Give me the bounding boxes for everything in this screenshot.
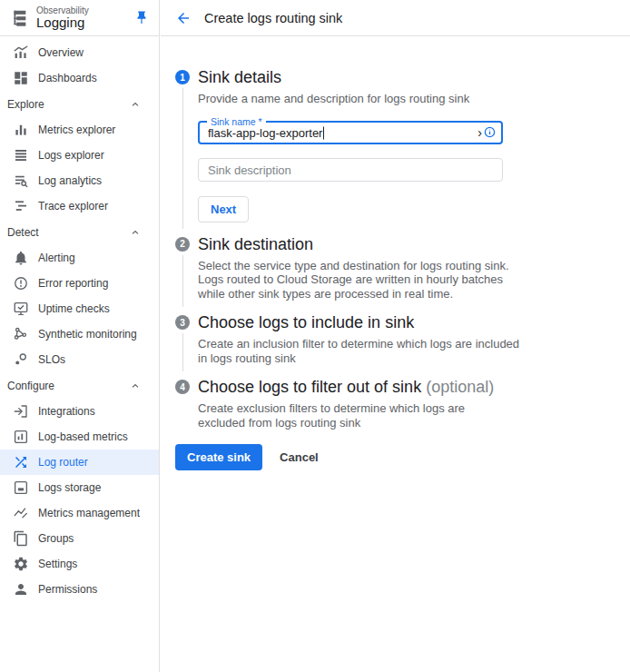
sidebar-item-label: Log analytics: [38, 174, 102, 187]
sidebar-item-alerting[interactable]: Alerting: [0, 245, 159, 271]
sidebar-item-settings[interactable]: Settings: [0, 551, 159, 577]
next-button[interactable]: Next: [198, 196, 249, 222]
sidebar-item-trace-explorer[interactable]: Trace explorer: [0, 193, 159, 219]
sidebar-item-label: Uptime checks: [38, 302, 110, 315]
metrics-management-icon: [13, 505, 29, 521]
cancel-button[interactable]: Cancel: [280, 450, 319, 464]
sidebar-item-logs-explorer[interactable]: Logs explorer: [0, 143, 159, 168]
integrations-icon: [13, 403, 29, 420]
step-include-logs: 3 Choose logs to include in sink Create …: [175, 312, 630, 377]
step-3-description: Create an inclusion filter to determine …: [198, 337, 527, 365]
back-arrow-icon[interactable]: [175, 10, 192, 26]
sidebar-section-configure[interactable]: Configure: [0, 372, 159, 399]
pin-icon[interactable]: [133, 10, 150, 26]
step-2-title: Sink destination: [198, 234, 630, 254]
step-sink-destination: 2 Sink destination Select the service ty…: [175, 234, 630, 313]
sidebar-item-label: Overview: [38, 46, 84, 59]
step-connector: [182, 333, 183, 371]
step-connector: [182, 88, 183, 229]
page-header: Create logs routing sink: [161, 0, 630, 36]
step-4-description: Create exclusion filters to determine wh…: [198, 401, 503, 430]
sidebar-item-label: Log-based metrics: [38, 430, 128, 443]
stepper-form: 1 Sink details Provide a name and descri…: [161, 36, 630, 470]
sidebar-item-log-based-metrics[interactable]: Log-based metrics: [0, 424, 159, 450]
page-title: Create logs routing sink: [204, 11, 342, 25]
chevron-up-icon: [129, 98, 142, 111]
section-label: Configure: [7, 380, 54, 392]
chevron-up-icon: [129, 226, 142, 239]
sidebar-item-label: Logs storage: [38, 481, 101, 494]
text-caret: [323, 126, 324, 139]
sidebar-item-error-reporting[interactable]: Error reporting: [0, 271, 159, 296]
brand-name: Logging: [36, 15, 133, 31]
optional-suffix: (optional): [426, 378, 494, 396]
sidebar-item-log-router[interactable]: Log router: [0, 450, 159, 475]
form-actions: Create sink Cancel: [175, 444, 630, 470]
sidebar-section-explore[interactable]: Explore: [0, 91, 159, 117]
sidebar-item-overview[interactable]: Overview: [0, 40, 159, 65]
sidebar-item-log-analytics[interactable]: Log analytics: [0, 168, 159, 193]
section-label: Detect: [7, 226, 39, 239]
sidebar-nav: OverviewDashboardsExploreMetrics explore…: [0, 36, 159, 602]
step-1-description: Provide a name and description for logs …: [198, 92, 630, 106]
step-2-badge: 2: [175, 237, 190, 252]
step-connector: [182, 255, 183, 308]
uptime-checks-icon: [13, 301, 29, 317]
sidebar-item-label: Error reporting: [38, 277, 108, 290]
sidebar-item-metrics-management[interactable]: Metrics management: [0, 500, 159, 526]
sidebar-item-label: Metrics explorer: [38, 124, 115, 136]
step-exclude-logs: 4 Choose logs to filter out of sink (opt…: [175, 377, 630, 439]
sidebar-item-metrics-explorer[interactable]: Metrics explorer: [0, 117, 159, 143]
brand: Observability Logging: [36, 5, 133, 31]
step-4-title: Choose logs to filter out of sink (optio…: [198, 377, 630, 397]
sidebar-section-detect[interactable]: Detect: [0, 219, 159, 245]
sidebar-item-synthetic-monitoring[interactable]: Synthetic monitoring: [0, 321, 159, 347]
sidebar-item-dashboards[interactable]: Dashboards: [0, 65, 159, 91]
sidebar-item-label: SLOs: [38, 353, 65, 366]
sidebar-item-uptime-checks[interactable]: Uptime checks: [0, 296, 159, 321]
settings-icon: [13, 556, 29, 572]
alerting-icon: [13, 250, 29, 266]
trace-explorer-icon: [13, 198, 29, 214]
create-sink-button[interactable]: Create sink: [175, 444, 262, 470]
permissions-icon: [13, 581, 29, 598]
groups-icon: [13, 530, 29, 547]
sidebar-item-label: Log router: [38, 456, 88, 469]
sidebar-item-logs-storage[interactable]: Logs storage: [0, 475, 159, 500]
slos-icon: [13, 351, 29, 368]
sink-name-value: flask-app-log-exporter: [208, 125, 324, 139]
log-based-metrics-icon: [13, 429, 29, 445]
logs-explorer-icon: [13, 147, 29, 163]
sidebar-item-label: Synthetic monitoring: [38, 328, 137, 341]
sidebar-item-permissions[interactable]: Permissions: [0, 577, 159, 602]
sidebar-item-label: Permissions: [38, 583, 97, 596]
step-2-description: Select the service type and destination …: [198, 259, 521, 301]
sidebar-item-label: Integrations: [38, 405, 95, 418]
step-3-title: Choose logs to include in sink: [198, 312, 630, 332]
sidebar-item-label: Settings: [38, 558, 77, 570]
sidebar-item-label: Metrics management: [38, 507, 140, 519]
sink-description-field[interactable]: Sink description: [198, 158, 503, 182]
sidebar-item-integrations[interactable]: Integrations: [0, 399, 159, 424]
section-label: Explore: [7, 98, 44, 111]
sink-description-placeholder: Sink description: [208, 163, 291, 176]
sidebar-item-slos[interactable]: SLOs: [0, 347, 159, 372]
dashboards-icon: [13, 70, 29, 86]
sidebar-item-label: Trace explorer: [38, 200, 108, 212]
log-analytics-icon: [13, 173, 29, 189]
sidebar-item-label: Alerting: [38, 252, 75, 264]
step-4-badge: 4: [175, 380, 190, 394]
step-1-title: Sink details: [198, 67, 630, 87]
sidebar-item-label: Groups: [38, 532, 74, 545]
sidebar-item-groups[interactable]: Groups: [0, 526, 159, 551]
error-reporting-icon: [13, 275, 29, 292]
sidebar-item-label: Dashboards: [38, 72, 97, 84]
sink-name-field[interactable]: Sink name * flask-app-log-exporter ›: [198, 121, 503, 144]
overview-icon: [13, 44, 29, 61]
info-icon[interactable]: [484, 126, 496, 138]
logs-storage-icon: [13, 479, 29, 496]
chevron-right-icon: ›: [477, 126, 482, 139]
sidebar: Observability Logging OverviewDashboards…: [0, 0, 160, 672]
sidebar-header: Observability Logging: [0, 0, 159, 36]
metrics-explorer-icon: [13, 122, 29, 138]
